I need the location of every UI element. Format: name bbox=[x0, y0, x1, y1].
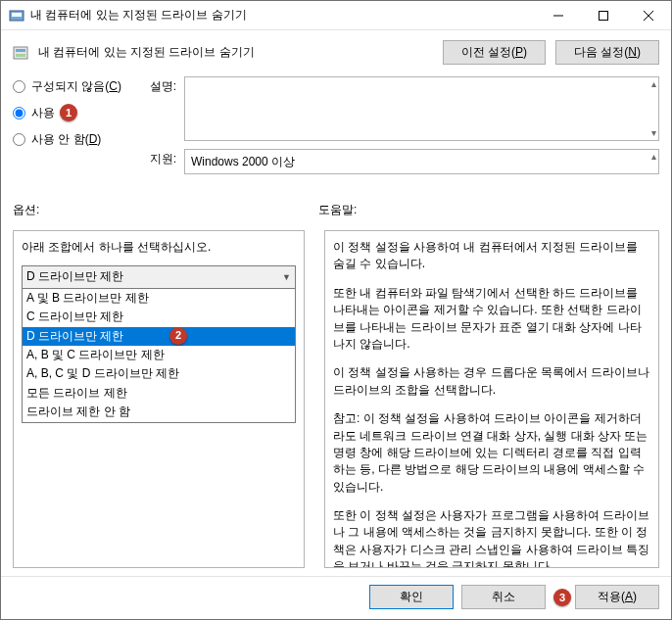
state-radios: 구성되지 않음(C) 사용 1 사용 안 함(D) bbox=[13, 76, 135, 182]
chevron-down-icon: ▼ bbox=[282, 271, 291, 284]
fields-column: 설명: ▴ ▾ 지원: Windows 2000 이상 ▴ bbox=[147, 76, 659, 182]
close-button[interactable] bbox=[626, 1, 671, 30]
description-box[interactable]: ▴ ▾ bbox=[184, 76, 659, 141]
svg-rect-1 bbox=[12, 13, 22, 17]
help-label: 도움말: bbox=[318, 202, 357, 218]
apply-button[interactable]: 적용(A) bbox=[575, 585, 659, 609]
config-row: 구성되지 않음(C) 사용 1 사용 안 함(D) 설명: ▴ ▾ 지원: Wi… bbox=[1, 69, 671, 184]
scroll-down-icon[interactable]: ▾ bbox=[651, 128, 656, 138]
policy-icon bbox=[13, 45, 28, 61]
badge-1: 1 bbox=[60, 104, 77, 121]
badge-2: 2 bbox=[169, 327, 187, 345]
svg-rect-8 bbox=[16, 54, 25, 57]
policy-title: 내 컴퓨터에 있는 지정된 드라이브 숨기기 bbox=[38, 44, 433, 61]
cancel-button[interactable]: 취소 bbox=[461, 585, 546, 609]
description-label: 설명: bbox=[147, 76, 176, 95]
list-item[interactable]: C 드라이브만 제한 bbox=[23, 308, 295, 326]
help-paragraph: 참고: 이 정책 설정을 사용하여 드라이브 아이콘을 제거하더라도 네트워크 … bbox=[333, 410, 650, 496]
radio-not-configured[interactable]: 구성되지 않음(C) bbox=[13, 78, 135, 95]
drive-combo[interactable]: D 드라이브만 제한 ▼ bbox=[22, 265, 296, 288]
options-instruction: 아래 조합에서 하나를 선택하십시오. bbox=[22, 239, 296, 256]
scroll-up-icon[interactable]: ▴ bbox=[651, 79, 656, 89]
app-icon bbox=[9, 8, 24, 24]
list-item[interactable]: A 및 B 드라이브만 제한 bbox=[23, 289, 295, 308]
window-title: 내 컴퓨터에 있는 지정된 드라이브 숨기기 bbox=[30, 7, 536, 24]
help-paragraph: 또한 이 정책 설정은 사용자가 프로그램을 사용하여 드라이브나 그 내용에 … bbox=[333, 507, 650, 568]
prev-setting-button[interactable]: 이전 설정(P) bbox=[443, 40, 546, 65]
next-setting-button[interactable]: 다음 설정(N) bbox=[555, 40, 659, 65]
support-value: Windows 2000 이상 bbox=[191, 154, 295, 170]
scroll-up-icon[interactable]: ▴ bbox=[651, 152, 656, 162]
ok-button[interactable]: 확인 bbox=[369, 585, 454, 609]
badge-3: 3 bbox=[553, 589, 571, 606]
help-paragraph: 이 정책 설정을 사용하는 경우 드롭다운 목록에서 드라이브나 드라이브의 조… bbox=[333, 364, 650, 399]
panels-row: 아래 조합에서 하나를 선택하십시오. D 드라이브만 제한 ▼ A 및 B 드… bbox=[1, 220, 671, 576]
list-item[interactable]: 드라이브 제한 안 함 bbox=[23, 403, 295, 421]
support-label: 지원: bbox=[147, 149, 176, 167]
list-item[interactable]: 모든 드라이브 제한 bbox=[23, 384, 295, 403]
help-panel: 이 정책 설정을 사용하여 내 컴퓨터에서 지정된 드라이브를 숨길 수 있습니… bbox=[324, 230, 659, 568]
help-paragraph: 또한 내 컴퓨터와 파일 탐색기에서 선택한 하드 드라이브를 나타내는 아이콘… bbox=[333, 285, 650, 354]
combo-selected: D 드라이브만 제한 bbox=[26, 268, 123, 285]
maximize-button[interactable] bbox=[581, 1, 626, 30]
support-box: Windows 2000 이상 ▴ bbox=[184, 149, 659, 174]
svg-rect-7 bbox=[16, 49, 25, 52]
svg-rect-6 bbox=[14, 47, 27, 59]
minimize-button[interactable] bbox=[536, 1, 581, 30]
svg-rect-3 bbox=[600, 11, 608, 20]
help-paragraph: 이 정책 설정을 사용하여 내 컴퓨터에서 지정된 드라이브를 숨길 수 있습니… bbox=[333, 239, 650, 273]
radio-enabled[interactable]: 사용 1 bbox=[13, 105, 135, 121]
header-row: 내 컴퓨터에 있는 지정된 드라이브 숨기기 이전 설정(P) 다음 설정(N) bbox=[1, 30, 671, 69]
list-item[interactable]: A, B, C 및 D 드라이브만 제한 bbox=[23, 364, 295, 383]
list-item[interactable]: A, B 및 C 드라이브만 제한 bbox=[23, 346, 295, 364]
footer: 확인 취소 3 적용(A) bbox=[1, 576, 671, 619]
options-panel: 아래 조합에서 하나를 선택하십시오. D 드라이브만 제한 ▼ A 및 B 드… bbox=[13, 230, 305, 568]
title-bar: 내 컴퓨터에 있는 지정된 드라이브 숨기기 bbox=[1, 1, 671, 30]
options-label: 옵션: bbox=[13, 202, 318, 218]
radio-disabled[interactable]: 사용 안 함(D) bbox=[13, 131, 135, 148]
drive-listbox[interactable]: A 및 B 드라이브만 제한C 드라이브만 제한D 드라이브만 제한2A, B … bbox=[22, 289, 296, 423]
list-item[interactable]: D 드라이브만 제한2 bbox=[23, 327, 295, 346]
section-labels: 옵션: 도움말: bbox=[1, 184, 671, 220]
